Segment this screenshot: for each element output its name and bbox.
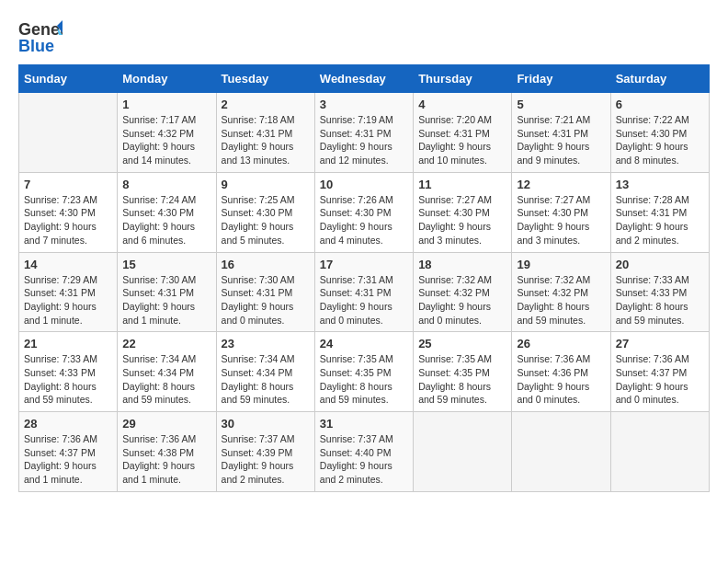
day-info: Sunrise: 7:31 AM Sunset: 4:31 PM Dayligh… bbox=[320, 273, 408, 327]
calendar-cell: 21Sunrise: 7:33 AM Sunset: 4:33 PM Dayli… bbox=[19, 332, 118, 412]
day-number: 23 bbox=[222, 337, 310, 350]
svg-text:General: General bbox=[18, 20, 63, 39]
calendar-cell: 13Sunrise: 7:28 AM Sunset: 4:31 PM Dayli… bbox=[610, 172, 709, 252]
day-number: 29 bbox=[122, 417, 210, 431]
calendar-cell: 16Sunrise: 7:30 AM Sunset: 4:31 PM Dayli… bbox=[216, 252, 314, 332]
calendar-cell: 1Sunrise: 7:17 AM Sunset: 4:32 PM Daylig… bbox=[118, 93, 216, 173]
day-of-week-header: Sunday bbox=[19, 65, 118, 93]
day-number: 22 bbox=[122, 337, 210, 350]
calendar-cell: 18Sunrise: 7:32 AM Sunset: 4:32 PM Dayli… bbox=[414, 252, 512, 332]
day-info: Sunrise: 7:21 AM Sunset: 4:31 PM Dayligh… bbox=[517, 113, 605, 167]
day-info: Sunrise: 7:36 AM Sunset: 4:38 PM Dayligh… bbox=[122, 432, 210, 487]
day-info: Sunrise: 7:28 AM Sunset: 4:31 PM Dayligh… bbox=[616, 193, 704, 247]
day-info: Sunrise: 7:30 AM Sunset: 4:31 PM Dayligh… bbox=[222, 273, 310, 327]
day-number: 11 bbox=[418, 178, 506, 191]
day-info: Sunrise: 7:22 AM Sunset: 4:30 PM Dayligh… bbox=[616, 113, 704, 167]
day-info: Sunrise: 7:23 AM Sunset: 4:30 PM Dayligh… bbox=[24, 193, 112, 247]
calendar-cell: 22Sunrise: 7:34 AM Sunset: 4:34 PM Dayli… bbox=[118, 332, 216, 412]
day-info: Sunrise: 7:27 AM Sunset: 4:30 PM Dayligh… bbox=[418, 193, 506, 247]
calendar-header-row: SundayMondayTuesdayWednesdayThursdayFrid… bbox=[19, 65, 710, 93]
day-number: 5 bbox=[517, 98, 605, 111]
day-number: 3 bbox=[320, 98, 408, 111]
calendar-cell: 4Sunrise: 7:20 AM Sunset: 4:31 PM Daylig… bbox=[414, 93, 512, 173]
day-number: 6 bbox=[616, 98, 704, 111]
day-info: Sunrise: 7:35 AM Sunset: 4:35 PM Dayligh… bbox=[320, 352, 408, 407]
calendar-cell: 6Sunrise: 7:22 AM Sunset: 4:30 PM Daylig… bbox=[610, 93, 709, 173]
day-info: Sunrise: 7:27 AM Sunset: 4:30 PM Dayligh… bbox=[517, 193, 605, 247]
day-number: 9 bbox=[222, 178, 310, 191]
day-number: 21 bbox=[24, 337, 112, 350]
calendar-cell bbox=[512, 412, 610, 492]
calendar-week-row: 14Sunrise: 7:29 AM Sunset: 4:31 PM Dayli… bbox=[19, 252, 710, 332]
calendar-cell: 20Sunrise: 7:33 AM Sunset: 4:33 PM Dayli… bbox=[610, 252, 709, 332]
calendar-cell bbox=[19, 93, 118, 173]
day-info: Sunrise: 7:35 AM Sunset: 4:35 PM Dayligh… bbox=[418, 352, 506, 407]
day-info: Sunrise: 7:20 AM Sunset: 4:31 PM Dayligh… bbox=[418, 113, 506, 167]
day-info: Sunrise: 7:33 AM Sunset: 4:33 PM Dayligh… bbox=[24, 352, 112, 407]
day-number: 20 bbox=[616, 258, 704, 271]
calendar-cell: 14Sunrise: 7:29 AM Sunset: 4:31 PM Dayli… bbox=[19, 252, 118, 332]
calendar-cell: 12Sunrise: 7:27 AM Sunset: 4:30 PM Dayli… bbox=[512, 172, 610, 252]
calendar-cell: 29Sunrise: 7:36 AM Sunset: 4:38 PM Dayli… bbox=[118, 412, 216, 492]
day-number: 1 bbox=[122, 98, 210, 111]
calendar-table: SundayMondayTuesdayWednesdayThursdayFrid… bbox=[18, 64, 710, 492]
calendar-cell: 7Sunrise: 7:23 AM Sunset: 4:30 PM Daylig… bbox=[19, 172, 118, 252]
calendar-week-row: 21Sunrise: 7:33 AM Sunset: 4:33 PM Dayli… bbox=[19, 332, 710, 412]
day-number: 15 bbox=[122, 258, 210, 271]
day-info: Sunrise: 7:19 AM Sunset: 4:31 PM Dayligh… bbox=[320, 113, 408, 167]
day-number: 7 bbox=[24, 178, 112, 191]
day-number: 28 bbox=[24, 417, 112, 431]
day-info: Sunrise: 7:36 AM Sunset: 4:36 PM Dayligh… bbox=[517, 352, 605, 407]
day-info: Sunrise: 7:29 AM Sunset: 4:31 PM Dayligh… bbox=[24, 273, 112, 327]
calendar-cell: 24Sunrise: 7:35 AM Sunset: 4:35 PM Dayli… bbox=[314, 332, 413, 412]
day-number: 26 bbox=[517, 337, 605, 350]
day-number: 10 bbox=[320, 178, 408, 191]
day-info: Sunrise: 7:24 AM Sunset: 4:30 PM Dayligh… bbox=[122, 193, 210, 247]
logo: General Blue bbox=[18, 18, 64, 57]
calendar-cell: 11Sunrise: 7:27 AM Sunset: 4:30 PM Dayli… bbox=[414, 172, 512, 252]
calendar-cell: 9Sunrise: 7:25 AM Sunset: 4:30 PM Daylig… bbox=[216, 172, 314, 252]
day-of-week-header: Monday bbox=[118, 65, 216, 93]
day-info: Sunrise: 7:36 AM Sunset: 4:37 PM Dayligh… bbox=[616, 352, 704, 407]
day-info: Sunrise: 7:34 AM Sunset: 4:34 PM Dayligh… bbox=[222, 352, 310, 407]
logo-icon: General Blue bbox=[18, 18, 63, 57]
calendar-cell: 19Sunrise: 7:32 AM Sunset: 4:32 PM Dayli… bbox=[512, 252, 610, 332]
day-info: Sunrise: 7:34 AM Sunset: 4:34 PM Dayligh… bbox=[122, 352, 210, 407]
day-of-week-header: Wednesday bbox=[314, 65, 413, 93]
day-of-week-header: Tuesday bbox=[216, 65, 314, 93]
day-number: 13 bbox=[616, 178, 704, 191]
day-info: Sunrise: 7:26 AM Sunset: 4:30 PM Dayligh… bbox=[320, 193, 408, 247]
calendar-cell: 8Sunrise: 7:24 AM Sunset: 4:30 PM Daylig… bbox=[118, 172, 216, 252]
day-number: 27 bbox=[616, 337, 704, 350]
day-info: Sunrise: 7:33 AM Sunset: 4:33 PM Dayligh… bbox=[616, 273, 704, 327]
day-info: Sunrise: 7:36 AM Sunset: 4:37 PM Dayligh… bbox=[24, 432, 112, 487]
calendar-cell: 15Sunrise: 7:30 AM Sunset: 4:31 PM Dayli… bbox=[118, 252, 216, 332]
calendar-week-row: 1Sunrise: 7:17 AM Sunset: 4:32 PM Daylig… bbox=[19, 93, 710, 173]
day-number: 30 bbox=[222, 417, 310, 431]
day-number: 8 bbox=[122, 178, 210, 191]
calendar-cell: 30Sunrise: 7:37 AM Sunset: 4:39 PM Dayli… bbox=[216, 412, 314, 492]
day-info: Sunrise: 7:37 AM Sunset: 4:39 PM Dayligh… bbox=[222, 432, 310, 487]
day-info: Sunrise: 7:32 AM Sunset: 4:32 PM Dayligh… bbox=[517, 273, 605, 327]
calendar-cell: 31Sunrise: 7:37 AM Sunset: 4:40 PM Dayli… bbox=[314, 412, 413, 492]
day-number: 19 bbox=[517, 258, 605, 271]
calendar-week-row: 7Sunrise: 7:23 AM Sunset: 4:30 PM Daylig… bbox=[19, 172, 710, 252]
calendar-cell bbox=[414, 412, 512, 492]
calendar-cell: 3Sunrise: 7:19 AM Sunset: 4:31 PM Daylig… bbox=[314, 93, 413, 173]
day-info: Sunrise: 7:37 AM Sunset: 4:40 PM Dayligh… bbox=[320, 432, 408, 487]
calendar-cell bbox=[610, 412, 709, 492]
day-info: Sunrise: 7:17 AM Sunset: 4:32 PM Dayligh… bbox=[122, 113, 210, 167]
day-number: 18 bbox=[418, 258, 506, 271]
calendar-week-row: 28Sunrise: 7:36 AM Sunset: 4:37 PM Dayli… bbox=[19, 412, 710, 492]
calendar-cell: 25Sunrise: 7:35 AM Sunset: 4:35 PM Dayli… bbox=[414, 332, 512, 412]
day-number: 12 bbox=[517, 178, 605, 191]
calendar-cell: 26Sunrise: 7:36 AM Sunset: 4:36 PM Dayli… bbox=[512, 332, 610, 412]
day-of-week-header: Friday bbox=[512, 65, 610, 93]
calendar-cell: 2Sunrise: 7:18 AM Sunset: 4:31 PM Daylig… bbox=[216, 93, 314, 173]
calendar-cell: 28Sunrise: 7:36 AM Sunset: 4:37 PM Dayli… bbox=[19, 412, 118, 492]
day-number: 25 bbox=[418, 337, 506, 350]
day-of-week-header: Thursday bbox=[414, 65, 512, 93]
calendar-cell: 17Sunrise: 7:31 AM Sunset: 4:31 PM Dayli… bbox=[314, 252, 413, 332]
day-number: 24 bbox=[320, 337, 408, 350]
day-number: 17 bbox=[320, 258, 408, 271]
